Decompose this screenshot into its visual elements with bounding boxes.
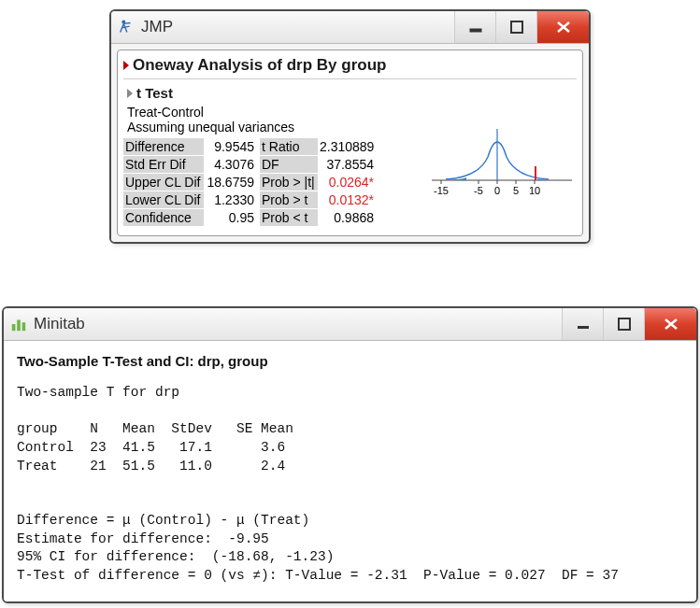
stat-value: 0.9868 [318,209,378,226]
output-line: Estimate for difference: -9.95 [17,531,269,546]
stat-value: 0.95 [204,209,260,226]
jmp-titlebar: JMP [111,11,589,44]
stat-value: 18.6759 [204,174,260,191]
stat-value: 4.3076 [204,156,260,173]
maximize-button[interactable] [603,308,644,340]
output-line: Two-sample T for drp [17,385,179,400]
output-heading: Two-Sample T-Test and CI: drp, group [17,352,683,371]
svg-rect-1 [470,29,481,32]
minitab-title: Minitab [34,315,85,333]
jmp-panel-header[interactable]: Oneway Analysis of drp By group [123,54,577,79]
minimize-button[interactable] [454,11,495,43]
tick-label: 5 [513,185,519,196]
jmp-section-header[interactable]: t Test [123,83,577,105]
stat-label: Lower CL Dif [123,191,204,208]
panel-title: Oneway Analysis of drp By group [133,56,386,75]
jmp-stats: Treat-Control Assuming unequal variances… [123,105,421,226]
minitab-window: Minitab Two-Sample T-Test and CI: drp, g… [2,306,698,603]
minitab-titlebar: Minitab [4,308,696,341]
tick-label: 0 [494,185,500,196]
output-line: T-Test of difference = 0 (vs ≠): T-Value… [17,568,619,583]
svg-rect-2 [511,21,522,33]
output-row: Control 23 41.5 17.1 3.6 [17,440,285,455]
minitab-app-icon [9,315,28,333]
disclosure-icon[interactable] [123,61,129,70]
output-line: 95% CI for difference: (-18.68, -1.23) [17,549,334,564]
t-distribution-plot: -15 -5 0 5 10 [427,120,577,204]
stat-label: t Ratio [260,138,318,155]
stat-value: 2.310889 [318,138,378,155]
tick-label: 10 [529,185,540,196]
svg-rect-11 [12,324,16,331]
stat-label: Std Err Dif [123,156,204,173]
comparison-label: Treat-Control [123,105,421,120]
close-button[interactable] [644,308,696,340]
tick-label: -15 [434,185,449,196]
minitab-output: Two-Sample T-Test and CI: drp, groupTwo-… [4,341,696,601]
disclosure-icon[interactable] [127,89,133,98]
stat-value: 37.8554 [318,156,378,173]
section-title: t Test [136,85,173,101]
jmp-body: Oneway Analysis of drp By group t Test T… [111,44,589,242]
jmp-content: Treat-Control Assuming unequal variances… [123,105,577,226]
stat-label: DF [260,156,318,173]
output-line: Difference = μ (Control) - μ (Treat) [17,513,309,528]
stat-label: Prob > t [260,191,318,208]
stat-label: Upper CL Dif [123,174,204,191]
stat-value: 9.9545 [204,138,260,155]
svg-rect-14 [578,326,589,329]
stat-value-significant: 0.0132* [318,191,378,208]
output-row: Treat 21 51.5 11.0 2.4 [17,459,285,474]
close-button[interactable] [536,11,589,43]
jmp-app-icon [117,18,136,36]
maximize-button[interactable] [495,11,536,43]
assumption-label: Assuming unequal variances [123,120,421,134]
jmp-window: JMP Oneway Analysis of drp By group t Te… [109,9,591,244]
output-columns: group N Mean StDev SE Mean [17,421,293,436]
minimize-button[interactable] [562,308,603,340]
jmp-title: JMP [141,18,173,36]
stat-label: Confidence [123,209,204,226]
jmp-panel: Oneway Analysis of drp By group t Test T… [117,49,583,236]
svg-rect-15 [619,318,630,330]
tick-label: -5 [474,185,483,196]
jmp-stat-table: Difference 9.9545 t Ratio 2.310889 Std E… [123,138,421,226]
window-buttons [454,11,589,43]
stat-value-significant: 0.0264* [318,174,378,191]
stat-label: Difference [123,138,204,155]
window-buttons [562,308,696,340]
svg-rect-13 [22,322,26,331]
stat-value: 1.2330 [204,191,260,208]
stat-label: Prob < t [260,209,318,226]
svg-rect-12 [17,320,21,332]
stat-label: Prob > |t| [260,174,318,191]
